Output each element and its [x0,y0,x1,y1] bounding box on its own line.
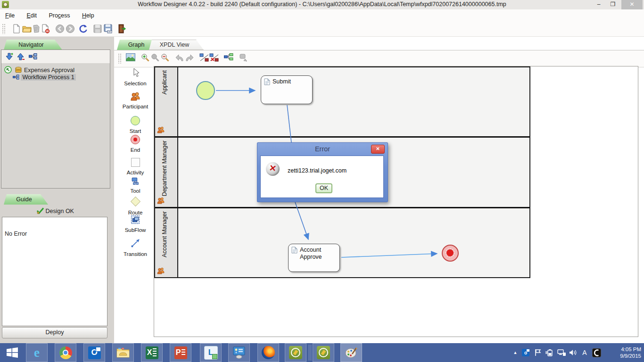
minimize-button[interactable]: – [592,0,606,9]
guide-message-box: No Error [2,217,107,326]
taskbar-excel[interactable]: X [141,343,163,362]
lane-applicant-header[interactable]: Applicant [155,67,178,136]
title-bar: Workflow Designer 4.0.22 - build 2240 (D… [0,0,644,9]
new-document-icon[interactable] [11,24,22,34]
add-package-icon[interactable] [5,52,14,62]
error-dialog-close-icon[interactable]: ✕ [371,145,385,154]
new-process-icon[interactable] [29,53,37,61]
start-button[interactable] [3,345,22,360]
status-circle-icon [4,66,12,74]
paint-icon [345,346,358,359]
navigator-tab[interactable]: Navigator [4,40,62,50]
tree-item-package[interactable]: Expenses Approval [4,66,74,74]
activity-node-submit[interactable]: Submit [261,75,313,104]
transition-icon [130,238,141,250]
lane-account-manager[interactable]: Account Manager [155,208,529,277]
palette-subflow[interactable]: SubFlow [117,215,154,233]
tray-network-icon[interactable] [556,343,567,362]
close-document-icon[interactable] [41,24,51,34]
end-node-dot [446,249,454,256]
firefox-icon [262,346,275,359]
activity-icon [131,158,140,168]
zoom-out-icon[interactable] [160,53,171,63]
taskbar-lync[interactable]: L [200,343,222,362]
tray-date: 9/9/2015 [620,353,641,359]
menu-file[interactable]: File [0,9,20,22]
tray-outlook-icon[interactable]: o [520,343,531,362]
lane-account-manager-header[interactable]: Account Manager [155,208,178,277]
palette-transition[interactable]: Transition [117,238,154,257]
exit-icon[interactable] [117,24,127,34]
taskbar-file-explorer[interactable] [112,343,134,362]
save-as-icon[interactable] [103,24,113,34]
export-image-icon[interactable] [125,53,136,63]
activity-node-account-approve[interactable]: Account Approve [288,244,340,272]
tab-xpdl-view[interactable]: XPDL View [149,40,204,50]
organize-icon[interactable] [223,53,234,63]
tray-show-hidden-icon[interactable]: ▲ [512,343,519,362]
taskbar-chrome[interactable] [55,343,76,362]
taskbar-workflow-designer-1[interactable] [285,343,306,362]
menu-process[interactable]: Process [43,9,75,22]
tree-item-process[interactable]: Workflow Process 1 [13,74,76,81]
ok-button[interactable]: OK [315,183,332,193]
tray-app-icon[interactable] [591,343,602,362]
tree-item-process-label[interactable]: Workflow Process 1 [21,74,75,81]
restore-button[interactable]: ❐ [606,0,620,9]
taskbar-clock[interactable]: 4:05 PM 9/9/2015 [620,346,641,359]
tray-flag-icon[interactable] [533,343,543,362]
menu-edit[interactable]: Edit [22,9,42,22]
refresh-icon[interactable] [78,24,89,34]
tray-language-indicator[interactable]: A [580,343,589,362]
taskbar-internet-explorer[interactable]: e [26,343,48,362]
selection-cursor-icon [131,68,140,79]
error-dialog[interactable]: Error ✕ ✕ zetti123.trial.joget.com OK [257,142,388,202]
open-folder-icon[interactable] [22,24,32,34]
palette-end[interactable]: End [117,135,154,153]
guide-tab[interactable]: Guide [4,194,48,205]
error-dialog-body: ✕ zetti123.trial.joget.com OK [260,156,384,198]
graph-canvas[interactable]: Applicant Department Manager Account Man… [154,66,638,337]
excel-icon: X [146,346,158,359]
lane-account-manager-body[interactable] [178,208,529,277]
clean-transitions-icon[interactable] [199,53,209,63]
remove-transitions-icon[interactable] [209,53,219,63]
taskbar-paint[interactable] [340,343,362,362]
workflow-designer-window: Workflow Designer 4.0.22 - build 2240 (D… [0,0,644,362]
palette-participant[interactable]: Participant [117,92,154,109]
workflow-designer-icon [317,346,330,359]
taskbar-workflow-designer-2[interactable] [313,343,334,362]
palette-activity[interactable]: Activity [117,158,154,175]
palette-route[interactable]: Route [117,196,154,215]
save-disabled-icon [92,24,103,34]
subflow-icon [131,215,140,226]
document-icon [291,247,297,254]
zoom-in-icon[interactable] [140,53,151,63]
graph-toolbar-grip[interactable] [118,53,122,64]
palette-selection[interactable]: Selection [117,68,154,86]
powerpoint-icon: P [174,346,187,359]
lane-department-manager-header[interactable]: Department Manager [155,138,178,206]
taskbar-firefox[interactable] [257,343,279,362]
taskbar-powerpoint[interactable]: P [170,343,191,362]
toolbar-grip[interactable] [2,24,6,34]
chrome-icon [59,346,72,359]
lane-applicant-body[interactable] [178,67,529,136]
remove-package-icon[interactable] [17,52,25,62]
palette-start[interactable]: Start [117,116,154,134]
end-node[interactable] [442,245,459,262]
tray-volume-icon[interactable] [568,343,578,362]
taskbar-remote-desktop[interactable] [228,343,250,362]
menu-help[interactable]: Help [77,9,99,22]
palette-tool[interactable]: Tool [117,177,154,194]
lane-applicant[interactable]: Applicant [155,67,529,138]
node-label: Account Approve [300,247,327,261]
deploy-button[interactable]: Deploy [2,327,107,338]
close-button[interactable]: ✕ [621,0,643,9]
taskbar-outlook[interactable]: O [83,343,105,362]
lane-label: Account Manager [161,211,168,257]
navigator-toolbar [1,50,110,64]
remote-desktop-icon [232,346,246,359]
start-node[interactable] [196,81,215,100]
tray-battery-icon[interactable] [545,343,555,362]
